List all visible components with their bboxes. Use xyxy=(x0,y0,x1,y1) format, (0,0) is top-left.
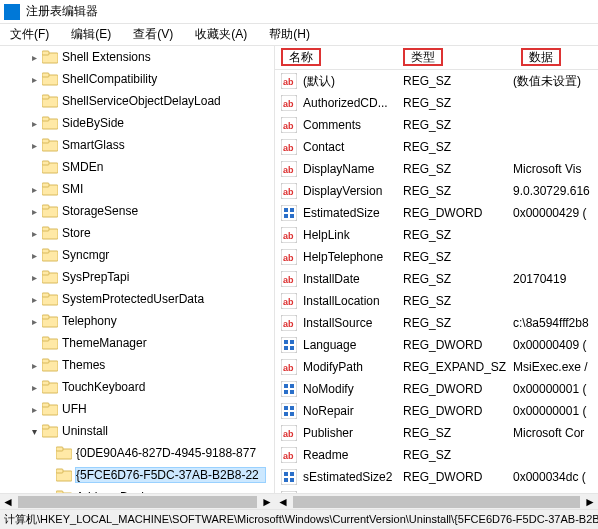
chevron-right-icon[interactable]: ▸ xyxy=(28,272,40,283)
menu-help[interactable]: 帮助(H) xyxy=(263,24,316,45)
value-row[interactable]: HelpLinkREG_SZ xyxy=(275,224,598,246)
value-name: DisplayName xyxy=(303,162,403,176)
values-list[interactable]: (默认)REG_SZ(数值未设置)AuthorizedCD...REG_SZCo… xyxy=(275,70,598,494)
chevron-right-icon[interactable]: ▸ xyxy=(28,316,40,327)
tree-item[interactable]: ▸Shell Extensions xyxy=(0,46,274,68)
folder-icon xyxy=(42,402,58,416)
value-row[interactable]: NoModifyREG_DWORD0x00000001 ( xyxy=(275,378,598,400)
chevron-right-icon[interactable]: ▸ xyxy=(28,206,40,217)
value-row[interactable]: ContactREG_SZ xyxy=(275,136,598,158)
value-row[interactable]: (默认)REG_SZ(数值未设置) xyxy=(275,70,598,92)
value-type: REG_DWORD xyxy=(403,404,513,418)
value-type: REG_SZ xyxy=(403,448,513,462)
tree-item[interactable]: ▸Syncmgr xyxy=(0,244,274,266)
column-data[interactable]: 数据 xyxy=(521,48,561,66)
value-row[interactable]: InstallLocationREG_SZ xyxy=(275,290,598,312)
chevron-right-icon[interactable]: ▸ xyxy=(28,360,40,371)
chevron-right-icon[interactable]: ▸ xyxy=(28,404,40,415)
dword-value-icon xyxy=(281,205,297,221)
column-type[interactable]: 类型 xyxy=(403,48,443,66)
value-row[interactable]: InstallDateREG_SZ20170419 xyxy=(275,268,598,290)
value-row[interactable]: DisplayNameREG_SZMicrosoft Vis xyxy=(275,158,598,180)
tree-item[interactable]: ▸Telephony xyxy=(0,310,274,332)
tree-item[interactable]: ShellServiceObjectDelayLoad xyxy=(0,90,274,112)
chevron-right-icon[interactable]: ▸ xyxy=(28,184,40,195)
folder-icon xyxy=(42,182,58,196)
tree-item[interactable]: ▸Themes xyxy=(0,354,274,376)
value-row[interactable]: NoRepairREG_DWORD0x00000001 ( xyxy=(275,400,598,422)
tree-item[interactable]: {0DE90A46-827D-4945-9188-877 xyxy=(0,442,274,464)
tree-item[interactable]: ▾Uninstall xyxy=(0,420,274,442)
folder-icon xyxy=(42,204,58,218)
tree-item[interactable]: ▸SMI xyxy=(0,178,274,200)
menu-edit[interactable]: 编辑(E) xyxy=(65,24,117,45)
folder-icon xyxy=(56,468,72,482)
value-name: InstallDate xyxy=(303,272,403,286)
menubar: 文件(F) 编辑(E) 查看(V) 收藏夹(A) 帮助(H) xyxy=(0,24,598,46)
value-row[interactable]: HelpTelephoneREG_SZ xyxy=(275,246,598,268)
tree-item[interactable]: ThemeManager xyxy=(0,332,274,354)
value-row[interactable]: ReadmeREG_SZ xyxy=(275,444,598,466)
value-type: REG_SZ xyxy=(403,272,513,286)
tree-item[interactable]: ▸SideBySide xyxy=(0,112,274,134)
chevron-right-icon[interactable]: ▸ xyxy=(28,250,40,261)
chevron-right-icon[interactable]: ▸ xyxy=(28,118,40,129)
value-row[interactable]: sEstimatedSize2REG_DWORD0x000034dc ( xyxy=(275,466,598,488)
tree-item[interactable]: {5FCE6D76-F5DC-37AB-B2B8-22 xyxy=(0,464,274,486)
value-type: REG_DWORD xyxy=(403,382,513,396)
tree-item[interactable]: SMDEn xyxy=(0,156,274,178)
menu-favorites[interactable]: 收藏夹(A) xyxy=(189,24,253,45)
string-value-icon xyxy=(281,359,297,375)
values-scrollbar-h[interactable]: ◄ ► xyxy=(275,493,598,509)
chevron-right-icon[interactable]: ▸ xyxy=(28,140,40,151)
main-split: ▸Shell Extensions▸ShellCompatibility She… xyxy=(0,46,598,494)
registry-tree[interactable]: ▸Shell Extensions▸ShellCompatibility She… xyxy=(0,46,275,494)
value-row[interactable]: DisplayVersionREG_SZ9.0.30729.616 xyxy=(275,180,598,202)
tree-item[interactable]: ▸SystemProtectedUserData xyxy=(0,288,274,310)
scroll-left-icon[interactable]: ◄ xyxy=(2,495,14,509)
value-row[interactable]: PublisherREG_SZMicrosoft Cor xyxy=(275,422,598,444)
value-row[interactable]: ModifyPathREG_EXPAND_SZMsiExec.exe / xyxy=(275,356,598,378)
menu-file[interactable]: 文件(F) xyxy=(4,24,55,45)
scroll-left-icon[interactable]: ◄ xyxy=(277,495,289,509)
string-value-icon xyxy=(281,227,297,243)
value-row[interactable]: CommentsREG_SZ xyxy=(275,114,598,136)
tree-item[interactable]: ▸ShellCompatibility xyxy=(0,68,274,90)
scroll-right-icon[interactable]: ► xyxy=(584,495,596,509)
string-value-icon xyxy=(281,117,297,133)
tree-item[interactable]: ▸TouchKeyboard xyxy=(0,376,274,398)
tree-item[interactable]: ▸SmartGlass xyxy=(0,134,274,156)
chevron-right-icon[interactable]: ▸ xyxy=(28,294,40,305)
menu-view[interactable]: 查看(V) xyxy=(127,24,179,45)
tree-item[interactable]: ▸StorageSense xyxy=(0,200,274,222)
chevron-right-icon[interactable]: ▸ xyxy=(28,52,40,63)
folder-icon xyxy=(56,446,72,460)
value-row[interactable]: LanguageREG_DWORD0x00000409 ( xyxy=(275,334,598,356)
tree-item-label: Uninstall xyxy=(62,424,114,438)
chevron-right-icon[interactable]: ▸ xyxy=(28,382,40,393)
tree-item[interactable]: ▸SysPrepTapi xyxy=(0,266,274,288)
value-data: 20170419 xyxy=(513,272,598,286)
tree-item[interactable]: ▸UFH xyxy=(0,398,274,420)
value-data: Microsoft Vis xyxy=(513,162,598,176)
scroll-thumb[interactable] xyxy=(293,496,580,508)
string-value-icon xyxy=(281,271,297,287)
scroll-right-icon[interactable]: ► xyxy=(261,495,273,509)
tree-scrollbar-h[interactable]: ◄ ► xyxy=(0,493,275,509)
value-row[interactable]: InstallSourceREG_SZc:\8a594fff2b8 xyxy=(275,312,598,334)
folder-icon xyxy=(42,94,58,108)
chevron-down-icon[interactable]: ▾ xyxy=(28,426,40,437)
column-name[interactable]: 名称 xyxy=(281,48,321,66)
folder-icon xyxy=(42,270,58,284)
tree-item[interactable]: ▸Store xyxy=(0,222,274,244)
value-type: REG_SZ xyxy=(403,250,513,264)
chevron-right-icon[interactable]: ▸ xyxy=(28,74,40,85)
value-data: c:\8a594fff2b8 xyxy=(513,316,598,330)
statusbar: 计算机\HKEY_LOCAL_MACHINE\SOFTWARE\Microsof… xyxy=(0,509,598,529)
value-row[interactable]: AuthorizedCD...REG_SZ xyxy=(275,92,598,114)
scroll-thumb[interactable] xyxy=(18,496,257,508)
expander-none xyxy=(28,162,40,173)
value-row[interactable]: EstimatedSizeREG_DWORD0x00000429 ( xyxy=(275,202,598,224)
value-type: REG_SZ xyxy=(403,184,513,198)
chevron-right-icon[interactable]: ▸ xyxy=(28,228,40,239)
